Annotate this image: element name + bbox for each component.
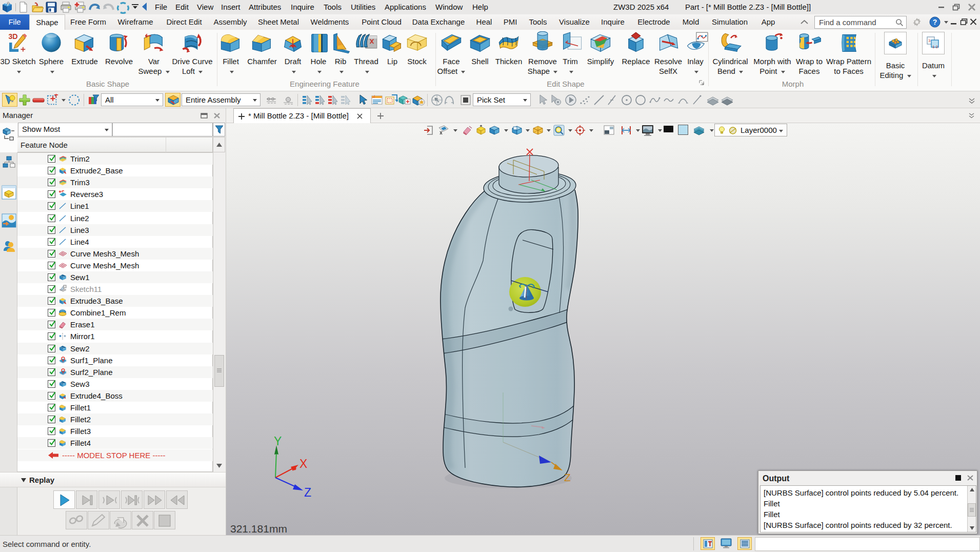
svg-text:3: 3 [928, 38, 931, 43]
svg-text:3D: 3D [8, 32, 17, 41]
svg-text:X: X [299, 457, 307, 470]
svg-text:Z: Z [564, 471, 571, 483]
svg-text:Y: Y [274, 435, 282, 448]
svg-text:Z: Z [304, 486, 311, 499]
svg-text:1 2: 1 2 [932, 45, 938, 49]
svg-text:321.181mm: 321.181mm [230, 523, 287, 535]
svg-text:?: ? [933, 18, 937, 26]
